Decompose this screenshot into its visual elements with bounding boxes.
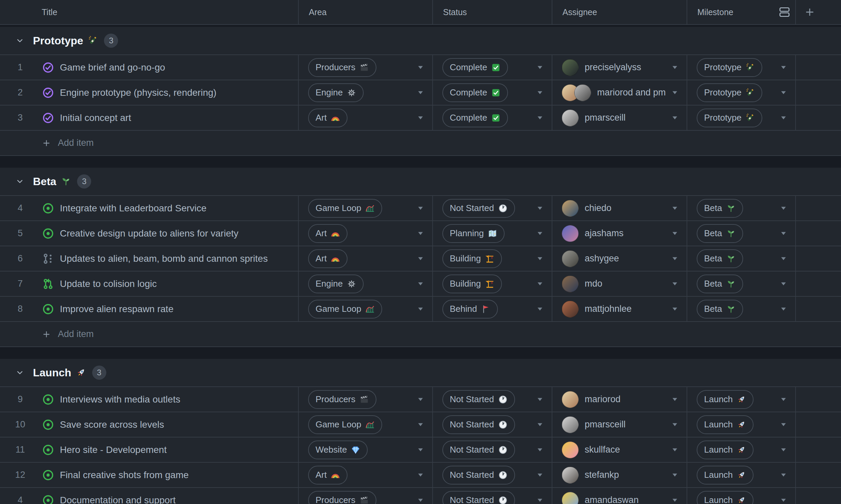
status-cell[interactable]: Not Started: [433, 196, 552, 220]
milestone-cell[interactable]: Prototype: [687, 80, 796, 105]
title-cell[interactable]: 11Hero site - Developement: [0, 437, 299, 462]
milestone-cell[interactable]: Prototype: [687, 55, 796, 79]
column-header-add-field[interactable]: [796, 0, 841, 24]
title-cell[interactable]: 9Interviews with media outlets: [0, 387, 299, 412]
area-cell[interactable]: Art: [299, 463, 433, 487]
chevron-down-icon[interactable]: [16, 36, 24, 45]
title-cell[interactable]: 1Game brief and go-no-go: [0, 55, 299, 79]
title-cell[interactable]: 2Engine prototype (physics, rendering): [0, 80, 299, 105]
milestone-cell[interactable]: Beta: [687, 271, 796, 296]
status-cell[interactable]: Complete: [433, 80, 552, 105]
caret-down-icon: [780, 305, 787, 313]
title-cell[interactable]: 10Save score across levels: [0, 412, 299, 437]
rows-icon[interactable]: [778, 6, 791, 18]
status-cell[interactable]: Not Started: [433, 463, 552, 487]
area-cell[interactable]: Game Loop: [299, 297, 433, 321]
group-count-badge: 3: [104, 34, 118, 48]
title-cell[interactable]: 4Documentation and support: [0, 488, 299, 504]
milestone-cell[interactable]: Launch: [687, 387, 796, 412]
milestone-cell[interactable]: Beta: [687, 221, 796, 246]
status-cell[interactable]: Not Started: [433, 437, 552, 462]
gear-icon: [347, 279, 356, 289]
status-cell[interactable]: Building: [433, 271, 552, 296]
area-cell[interactable]: Engine: [299, 80, 433, 105]
area-pill-label: Website: [315, 445, 347, 455]
area-cell[interactable]: Producers: [299, 488, 433, 504]
area-cell[interactable]: Producers: [299, 387, 433, 412]
status-cell[interactable]: Not Started: [433, 488, 552, 504]
milestone-cell[interactable]: Beta: [687, 297, 796, 321]
assignee-cell[interactable]: pmarsceill: [552, 106, 687, 130]
status-cell[interactable]: Complete: [433, 55, 552, 79]
avatar-stack: [562, 225, 579, 242]
title-cell[interactable]: 5Creative design update to aliens for va…: [0, 221, 299, 246]
milestone-cell[interactable]: Prototype: [687, 106, 796, 130]
projects-table-view: Title Area Status Assignee Milestone Pro…: [0, 0, 841, 504]
milestone-cell[interactable]: Launch: [687, 488, 796, 504]
caret-down-icon: [671, 471, 679, 479]
milestone-cell[interactable]: Beta: [687, 196, 796, 220]
status-cell[interactable]: Planning: [433, 221, 552, 246]
assignee-cell[interactable]: mariorod: [552, 387, 687, 412]
group-title: Beta: [33, 175, 56, 188]
clock-icon: [498, 496, 508, 504]
status-cell[interactable]: Complete: [433, 106, 552, 130]
seedling-icon: [61, 176, 71, 186]
area-pill-label: Producers: [315, 495, 356, 504]
area-cell[interactable]: Art: [299, 221, 433, 246]
assignee-cell[interactable]: amandaswan: [552, 488, 687, 504]
assignee-cell[interactable]: stefankp: [552, 463, 687, 487]
assignee-cell[interactable]: pmarsceill: [552, 412, 687, 437]
status-cell[interactable]: Not Started: [433, 387, 552, 412]
title-cell[interactable]: 12Final creative shots from game: [0, 463, 299, 487]
column-header-status[interactable]: Status: [433, 0, 552, 24]
title-cell[interactable]: 8Improve alien respawn rate: [0, 297, 299, 321]
column-header-title[interactable]: Title: [0, 0, 299, 24]
assignee-cell[interactable]: skullface: [552, 437, 687, 462]
area-cell[interactable]: Game Loop: [299, 196, 433, 220]
rainbow-icon: [331, 470, 340, 480]
milestone-cell[interactable]: Launch: [687, 463, 796, 487]
milestone-cell[interactable]: Launch: [687, 437, 796, 462]
assignee-cell[interactable]: mariorod and pm: [552, 80, 687, 105]
status-pill-label: Not Started: [450, 470, 494, 480]
status-cell[interactable]: Not Started: [433, 412, 552, 437]
chevron-down-icon[interactable]: [16, 177, 24, 186]
area-cell[interactable]: Game Loop: [299, 412, 433, 437]
area-cell[interactable]: Engine: [299, 271, 433, 296]
assignee-cell[interactable]: ajashams: [552, 221, 687, 246]
caret-down-icon: [417, 64, 424, 71]
area-pill: Art: [308, 466, 347, 485]
column-header-assignee[interactable]: Assignee: [552, 0, 687, 24]
add-item-button[interactable]: Add item: [0, 131, 841, 156]
plus-icon[interactable]: [804, 6, 816, 18]
status-cell[interactable]: Behind: [433, 297, 552, 321]
assignee-cell[interactable]: mattjohnlee: [552, 297, 687, 321]
status-cell[interactable]: Building: [433, 246, 552, 271]
assignee-cell[interactable]: preciselyalyss: [552, 55, 687, 79]
column-header-area[interactable]: Area: [299, 0, 433, 24]
title-cell[interactable]: 3Initial concept art: [0, 106, 299, 130]
empty-cell: [796, 412, 841, 437]
milestone-pill-label: Launch: [704, 419, 733, 430]
champagne-icon: [745, 113, 755, 123]
assignee-cell[interactable]: mdo: [552, 271, 687, 296]
title-cell[interactable]: 7Update to colision logic: [0, 271, 299, 296]
milestone-cell[interactable]: Launch: [687, 412, 796, 437]
area-cell[interactable]: Art: [299, 246, 433, 271]
area-cell[interactable]: Producers: [299, 55, 433, 79]
add-item-button[interactable]: Add item: [0, 322, 841, 347]
milestone-pill-label: Launch: [704, 495, 733, 504]
area-cell[interactable]: Art: [299, 106, 433, 130]
status-pill: Complete: [442, 109, 508, 127]
area-pill: Art: [308, 109, 347, 127]
assignee-cell[interactable]: chiedo: [552, 196, 687, 220]
area-cell[interactable]: Website: [299, 437, 433, 462]
milestone-cell[interactable]: Beta: [687, 246, 796, 271]
title-cell[interactable]: 4Integrate with Leaderboard Service: [0, 196, 299, 220]
chevron-down-icon[interactable]: [16, 368, 24, 377]
column-header-milestone[interactable]: Milestone: [687, 0, 796, 24]
pr-open-icon: [42, 278, 54, 290]
assignee-cell[interactable]: ashygee: [552, 246, 687, 271]
title-cell[interactable]: 6Updates to alien, beam, bomb and cannon…: [0, 246, 299, 271]
